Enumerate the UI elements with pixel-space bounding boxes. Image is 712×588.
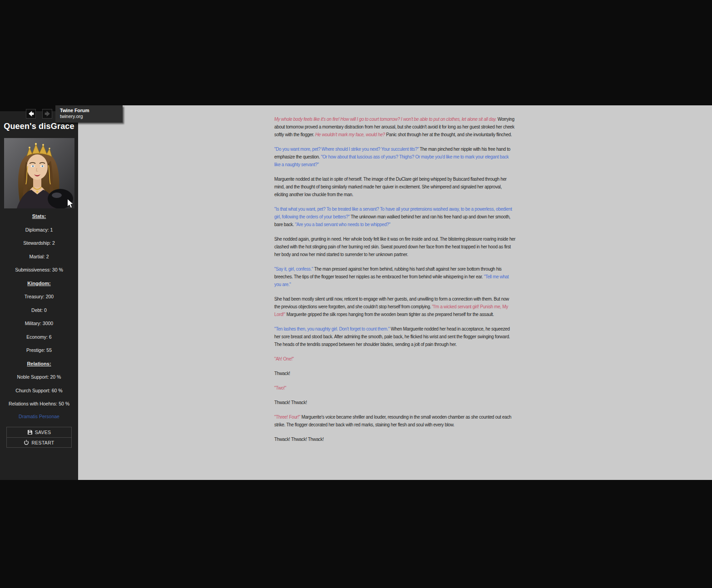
forward-button[interactable] <box>42 109 52 119</box>
sidebar: Queen's disGrace <box>0 105 78 480</box>
story-paragraph: "Three! Four!" Marguerite's voice became… <box>274 413 516 429</box>
story-paragraph: My whole body feels like it's on fire! H… <box>274 115 516 138</box>
story-text: Panic shot through her at the thought, a… <box>385 132 512 137</box>
story-paragraph: "Ah! One!" <box>274 355 516 363</box>
link-tooltip: Twine Forum twinery.org <box>55 105 123 123</box>
dramatis-personae-link[interactable]: Dramatis Personae <box>0 413 78 420</box>
section-heading: Relations: <box>0 361 78 367</box>
story-text: Marguerite gripped the silk ropes hangin… <box>285 312 494 317</box>
story-paragraph: Thwack! Thwack! <box>274 399 516 406</box>
story-paragraph: "Do you want more, pet? Where should I s… <box>274 145 516 168</box>
stat-line: Treasury: 200 <box>0 293 78 300</box>
story-area: My whole body feels like it's on fire! H… <box>78 105 712 480</box>
speech-blue-text: "Ten lashes then, you naughty girl. Don'… <box>274 326 390 331</box>
tooltip-title: Twine Forum <box>60 108 117 114</box>
story-text: She nodded again, grunting in need. Her … <box>274 237 515 257</box>
story-text: Marguerite nodded at the last in spite o… <box>274 177 507 197</box>
menu-buttons: SAVES RESTART <box>6 427 72 448</box>
back-button[interactable] <box>26 109 36 119</box>
stat-line: Stewardship: 2 <box>0 240 78 246</box>
section-heading: Stats: <box>0 213 78 219</box>
arrow-right-icon <box>43 109 52 118</box>
speech-red-text: "Three! Four!" <box>274 415 300 420</box>
thought-red-text: My whole body feels like it's on fire! H… <box>274 117 496 122</box>
story-passage: My whole body feels like it's on fire! H… <box>274 105 516 443</box>
story-paragraph: "Two!" <box>274 384 516 392</box>
stats-panel: Stats:Diplomacy: 1Stewardship: 2Martial:… <box>0 213 78 407</box>
speech-red-text: "Ah! One!" <box>274 356 294 361</box>
thought-red-text: He wouldn't mark my face, would he? <box>315 132 385 137</box>
story-text: Marguerite's voice became shriller and l… <box>274 415 511 427</box>
stat-line: Economy: 6 <box>0 334 78 340</box>
tooltip-url: twinery.org <box>60 114 117 119</box>
floppy-disk-icon <box>27 430 33 435</box>
speech-red-text: "Two!" <box>274 385 286 390</box>
power-icon <box>24 440 29 445</box>
story-paragraph: "Say it, girl, confess." The man pressed… <box>274 265 516 288</box>
story-paragraph: Thwack! <box>274 370 516 377</box>
stat-line: Relations with Hoehns: 50 % <box>0 400 78 407</box>
stat-line: Submissiveness: 30 % <box>0 267 78 273</box>
speech-blue-text: "Say it, girl, confess." <box>274 267 313 272</box>
story-paragraph: Thwack! Thwack! Thwack! <box>274 435 516 443</box>
stat-line: Debt: 0 <box>0 307 78 313</box>
story-text: Thwack! Thwack! Thwack! <box>274 437 324 442</box>
arrow-left-icon <box>27 109 35 118</box>
section-heading: Kingdom: <box>0 280 78 287</box>
stat-line: Martial: 2 <box>0 253 78 260</box>
queen-portrait <box>4 138 74 208</box>
stat-line: Diplomacy: 1 <box>0 227 78 233</box>
saves-button[interactable]: SAVES <box>7 427 71 437</box>
speech-blue-text: "Do you want more, pet? Where should I s… <box>274 147 419 152</box>
speech-blue-text: "Are you a bad servant who needs to be w… <box>295 222 391 227</box>
saves-label: SAVES <box>35 430 51 435</box>
stat-line: Military: 3000 <box>0 320 78 326</box>
stat-line: Prestige: 55 <box>0 347 78 353</box>
restart-button[interactable]: RESTART <box>7 437 71 447</box>
mouse-cursor <box>67 198 74 209</box>
story-text: Thwack! Thwack! <box>274 400 307 405</box>
stat-line: Church Support: 60 % <box>0 387 78 394</box>
story-text: Thwack! <box>274 371 290 376</box>
story-title: Queen's disGrace <box>3 122 75 131</box>
history-controls <box>26 109 52 119</box>
story-paragraph: "Ten lashes then, you naughty girl. Don'… <box>274 325 516 348</box>
game-window: Queen's disGrace <box>0 105 712 480</box>
restart-label: RESTART <box>31 440 54 445</box>
story-paragraph: Marguerite nodded at the last in spite o… <box>274 175 516 198</box>
story-paragraph: She had been mostly silent until now, re… <box>274 295 516 318</box>
story-paragraph: "Is that what you want, pet? To be treat… <box>274 205 516 228</box>
story-paragraph: She nodded again, grunting in need. Her … <box>274 235 516 258</box>
stat-line: Noble Support: 20 % <box>0 374 78 380</box>
